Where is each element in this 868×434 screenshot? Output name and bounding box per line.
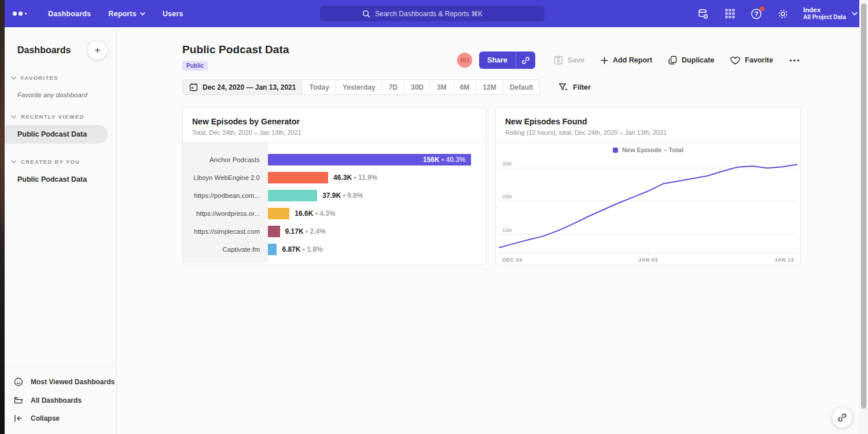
bar-row[interactable]: https://simplecast.com9.17K • 2.4% (183, 222, 486, 240)
nav-dashboards[interactable]: Dashboards (48, 10, 91, 18)
bar-category-label: Captivate.fm (183, 246, 268, 253)
card-new-episodes-by-generator: New Episodes by Generator Total, Dec 24t… (182, 108, 487, 265)
date-preset-12m[interactable]: 12M (476, 80, 502, 94)
data-sources-icon[interactable] (697, 8, 709, 20)
date-presets: TodayYesterday7D30D3M6M12MDefault (302, 80, 539, 94)
ellipsis-icon (789, 59, 800, 62)
bar[interactable]: 156K • 40.3% (268, 154, 471, 165)
date-preset-today[interactable]: Today (302, 80, 335, 94)
filter-funnel-icon (558, 83, 568, 92)
global-search[interactable] (320, 6, 545, 21)
date-preset-default[interactable]: Default (503, 80, 540, 94)
section-created-by-you[interactable]: CREATED BY YOU (5, 159, 116, 165)
favorite-label: Favorite (745, 56, 773, 64)
bar-row[interactable]: Captivate.fm6.87K • 1.8% (183, 240, 486, 258)
smiley-icon (14, 377, 23, 387)
chevron-down-icon (852, 12, 858, 16)
nav-users-label: Users (163, 10, 183, 18)
line-chart-subtitle: Rolling (12 hours), total, Dec 24th, 202… (505, 129, 791, 136)
bar-value-label: 37.9K • 9.8% (322, 192, 363, 200)
most-viewed-dashboards-button[interactable]: Most Viewed Dashboards (5, 373, 116, 391)
duplicate-icon (668, 56, 677, 65)
add-report-label: Add Report (613, 56, 652, 64)
bar[interactable] (268, 244, 277, 255)
collapse-label: Collapse (31, 414, 60, 422)
bar-row[interactable]: https://wordpress.or...16.6K • 4.3% (183, 204, 486, 222)
bar-category-label: Anchor Podcasts (183, 156, 268, 163)
bar-row[interactable]: Anchor Podcasts156K • 40.3% (183, 150, 486, 168)
date-preset-7d[interactable]: 7D (382, 80, 404, 94)
section-favorites[interactable]: FAVORITES (5, 75, 116, 81)
more-options-button[interactable] (781, 59, 806, 62)
project-switcher[interactable]: Index All Project Data (803, 6, 858, 21)
avatar[interactable]: RH (457, 53, 472, 68)
legend-label: New Episode – Total (622, 146, 683, 153)
top-navbar: Dashboards Reports Users ? Index (5, 0, 868, 27)
save-button[interactable]: Save (546, 56, 593, 65)
duplicate-button[interactable]: Duplicate (660, 56, 722, 65)
nav-users[interactable]: Users (163, 10, 183, 18)
date-preset-6m[interactable]: 6M (453, 80, 476, 94)
save-icon (554, 56, 563, 65)
svg-text:?: ? (755, 10, 759, 17)
filter-label: Filter (573, 83, 591, 91)
bar[interactable] (268, 172, 328, 183)
bar[interactable] (268, 208, 289, 219)
search-icon (362, 10, 370, 18)
bar-chart-title: New Episodes by Generator (192, 117, 477, 126)
section-created-by-you-label: CREATED BY YOU (21, 159, 80, 165)
line-chart-title: New Episodes Found (505, 117, 791, 126)
x-tick-mark (648, 253, 649, 256)
duplicate-label: Duplicate (682, 56, 714, 64)
save-label: Save (568, 56, 584, 64)
favorite-button[interactable]: Favorite (722, 56, 781, 65)
sidebar-footer: Most Viewed Dashboards All Dashboards Co… (5, 366, 116, 434)
bar-chart-subtitle: Total, Dec 24th, 2020 – Jan 13th, 2021 (192, 129, 477, 136)
x-tick-jan13: JAN 13 (774, 257, 794, 263)
filter-button[interactable]: Filter (558, 83, 591, 92)
bar-row[interactable]: https://podbean.com...37.9K • 9.8% (183, 186, 486, 204)
all-dashboards-button[interactable]: All Dashboards (5, 391, 116, 410)
help-icon[interactable]: ? (750, 8, 763, 20)
apps-grid-icon[interactable] (723, 8, 736, 20)
app-logo[interactable] (13, 12, 27, 16)
x-tick-jan03: JAN 03 (638, 257, 658, 263)
sidebar-title: Dashboards (17, 45, 71, 56)
plus-icon (601, 57, 608, 64)
date-range-picker[interactable]: Dec 24, 2020 — Jan 13, 2021 (183, 80, 302, 94)
nav-dashboards-label: Dashboards (48, 10, 91, 18)
collapse-icon (14, 414, 23, 422)
date-preset-30d[interactable]: 30D (404, 80, 430, 94)
copy-link-fab[interactable] (832, 407, 852, 428)
nav-reports[interactable]: Reports (108, 10, 145, 18)
bar-value-label: 16.6K • 4.3% (295, 209, 335, 218)
date-preset-yesterday[interactable]: Yesterday (336, 80, 382, 94)
settings-gear-icon[interactable] (777, 8, 789, 20)
bar[interactable] (268, 190, 317, 201)
sidebar-item-public-podcast-data[interactable]: Public Podcast Data (5, 125, 108, 144)
nav-reports-label: Reports (108, 10, 137, 18)
heart-icon (730, 56, 740, 65)
bar-category-label: https://simplecast.com (183, 228, 268, 235)
collapse-sidebar-button[interactable]: Collapse (5, 410, 116, 427)
section-favorites-label: FAVORITES (21, 75, 58, 81)
search-input[interactable] (375, 10, 502, 18)
bar-value-label: 156K • 40.3% (423, 156, 471, 164)
favorites-empty-hint: Favorite any dashboard (5, 81, 116, 98)
chevron-down-icon (140, 12, 145, 16)
bar-row[interactable]: Libsyn WebEngine 2.046.3K • 11.9% (183, 168, 486, 186)
date-preset-3m[interactable]: 3M (430, 80, 453, 94)
bar[interactable] (268, 226, 280, 237)
line-chart-plot[interactable]: 30K 20K 10K (499, 157, 797, 253)
copy-share-link-button[interactable] (516, 52, 535, 69)
bar-category-label: https://wordpress.or... (183, 210, 268, 217)
add-dashboard-button[interactable]: + (88, 41, 107, 60)
folder-icon (14, 396, 23, 405)
notification-badge (760, 6, 764, 11)
section-recently-viewed-label: RECENTLY VIEWED (21, 113, 84, 120)
share-button[interactable]: Share (479, 52, 516, 69)
scrollbar-thumb[interactable] (861, 3, 866, 409)
sidebar-item-public-podcast-data-2[interactable]: Public Podcast Data (5, 170, 108, 189)
add-report-button[interactable]: Add Report (593, 56, 660, 64)
section-recently-viewed[interactable]: RECENTLY VIEWED (5, 113, 116, 120)
